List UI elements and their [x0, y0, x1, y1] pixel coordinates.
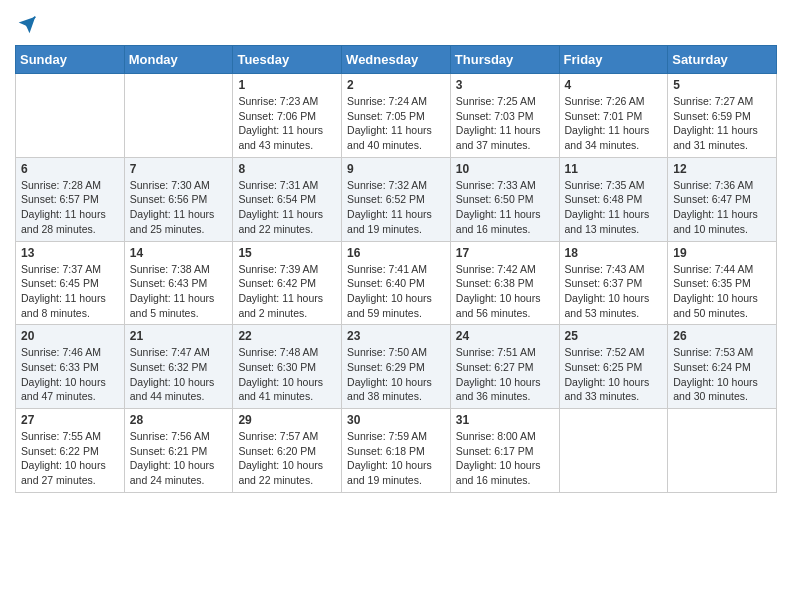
day-number: 5 [673, 78, 771, 92]
calendar-cell: 12Sunrise: 7:36 AM Sunset: 6:47 PM Dayli… [668, 157, 777, 241]
day-info: Sunrise: 7:28 AM Sunset: 6:57 PM Dayligh… [21, 178, 119, 237]
calendar-cell: 17Sunrise: 7:42 AM Sunset: 6:38 PM Dayli… [450, 241, 559, 325]
calendar-cell: 3Sunrise: 7:25 AM Sunset: 7:03 PM Daylig… [450, 74, 559, 158]
day-info: Sunrise: 7:59 AM Sunset: 6:18 PM Dayligh… [347, 429, 445, 488]
calendar-cell [16, 74, 125, 158]
day-number: 31 [456, 413, 554, 427]
day-info: Sunrise: 7:48 AM Sunset: 6:30 PM Dayligh… [238, 345, 336, 404]
day-info: Sunrise: 7:53 AM Sunset: 6:24 PM Dayligh… [673, 345, 771, 404]
day-number: 24 [456, 329, 554, 343]
calendar-week-row: 13Sunrise: 7:37 AM Sunset: 6:45 PM Dayli… [16, 241, 777, 325]
calendar-cell: 23Sunrise: 7:50 AM Sunset: 6:29 PM Dayli… [342, 325, 451, 409]
calendar-header-sunday: Sunday [16, 46, 125, 74]
calendar-header-saturday: Saturday [668, 46, 777, 74]
calendar-body: 1Sunrise: 7:23 AM Sunset: 7:06 PM Daylig… [16, 74, 777, 493]
calendar-cell: 28Sunrise: 7:56 AM Sunset: 6:21 PM Dayli… [124, 409, 233, 493]
calendar-cell: 31Sunrise: 8:00 AM Sunset: 6:17 PM Dayli… [450, 409, 559, 493]
day-number: 3 [456, 78, 554, 92]
calendar-cell: 29Sunrise: 7:57 AM Sunset: 6:20 PM Dayli… [233, 409, 342, 493]
day-number: 26 [673, 329, 771, 343]
calendar-cell: 5Sunrise: 7:27 AM Sunset: 6:59 PM Daylig… [668, 74, 777, 158]
day-info: Sunrise: 7:23 AM Sunset: 7:06 PM Dayligh… [238, 94, 336, 153]
calendar-cell: 19Sunrise: 7:44 AM Sunset: 6:35 PM Dayli… [668, 241, 777, 325]
calendar-cell [668, 409, 777, 493]
day-number: 7 [130, 162, 228, 176]
day-number: 29 [238, 413, 336, 427]
calendar-week-row: 27Sunrise: 7:55 AM Sunset: 6:22 PM Dayli… [16, 409, 777, 493]
calendar-cell: 7Sunrise: 7:30 AM Sunset: 6:56 PM Daylig… [124, 157, 233, 241]
day-number: 28 [130, 413, 228, 427]
day-number: 17 [456, 246, 554, 260]
day-info: Sunrise: 7:55 AM Sunset: 6:22 PM Dayligh… [21, 429, 119, 488]
day-info: Sunrise: 7:57 AM Sunset: 6:20 PM Dayligh… [238, 429, 336, 488]
calendar-cell: 21Sunrise: 7:47 AM Sunset: 6:32 PM Dayli… [124, 325, 233, 409]
day-number: 8 [238, 162, 336, 176]
day-info: Sunrise: 7:25 AM Sunset: 7:03 PM Dayligh… [456, 94, 554, 153]
calendar-cell: 6Sunrise: 7:28 AM Sunset: 6:57 PM Daylig… [16, 157, 125, 241]
calendar-header-thursday: Thursday [450, 46, 559, 74]
day-number: 12 [673, 162, 771, 176]
day-info: Sunrise: 7:46 AM Sunset: 6:33 PM Dayligh… [21, 345, 119, 404]
day-number: 23 [347, 329, 445, 343]
day-number: 20 [21, 329, 119, 343]
calendar-cell: 24Sunrise: 7:51 AM Sunset: 6:27 PM Dayli… [450, 325, 559, 409]
day-info: Sunrise: 7:52 AM Sunset: 6:25 PM Dayligh… [565, 345, 663, 404]
day-number: 22 [238, 329, 336, 343]
logo [15, 15, 37, 35]
day-number: 9 [347, 162, 445, 176]
calendar-table: SundayMondayTuesdayWednesdayThursdayFrid… [15, 45, 777, 493]
calendar-header-wednesday: Wednesday [342, 46, 451, 74]
day-info: Sunrise: 7:27 AM Sunset: 6:59 PM Dayligh… [673, 94, 771, 153]
day-number: 13 [21, 246, 119, 260]
day-info: Sunrise: 7:39 AM Sunset: 6:42 PM Dayligh… [238, 262, 336, 321]
day-number: 2 [347, 78, 445, 92]
calendar-week-row: 6Sunrise: 7:28 AM Sunset: 6:57 PM Daylig… [16, 157, 777, 241]
day-info: Sunrise: 7:44 AM Sunset: 6:35 PM Dayligh… [673, 262, 771, 321]
calendar-header-tuesday: Tuesday [233, 46, 342, 74]
calendar-cell: 11Sunrise: 7:35 AM Sunset: 6:48 PM Dayli… [559, 157, 668, 241]
day-number: 4 [565, 78, 663, 92]
day-info: Sunrise: 7:43 AM Sunset: 6:37 PM Dayligh… [565, 262, 663, 321]
page-header [15, 15, 777, 35]
day-info: Sunrise: 7:50 AM Sunset: 6:29 PM Dayligh… [347, 345, 445, 404]
calendar-cell [124, 74, 233, 158]
calendar-cell [559, 409, 668, 493]
day-info: Sunrise: 7:51 AM Sunset: 6:27 PM Dayligh… [456, 345, 554, 404]
day-number: 18 [565, 246, 663, 260]
day-info: Sunrise: 7:26 AM Sunset: 7:01 PM Dayligh… [565, 94, 663, 153]
day-info: Sunrise: 7:56 AM Sunset: 6:21 PM Dayligh… [130, 429, 228, 488]
calendar-cell: 10Sunrise: 7:33 AM Sunset: 6:50 PM Dayli… [450, 157, 559, 241]
calendar-week-row: 1Sunrise: 7:23 AM Sunset: 7:06 PM Daylig… [16, 74, 777, 158]
day-info: Sunrise: 7:30 AM Sunset: 6:56 PM Dayligh… [130, 178, 228, 237]
day-info: Sunrise: 7:36 AM Sunset: 6:47 PM Dayligh… [673, 178, 771, 237]
day-number: 15 [238, 246, 336, 260]
calendar-cell: 15Sunrise: 7:39 AM Sunset: 6:42 PM Dayli… [233, 241, 342, 325]
day-number: 19 [673, 246, 771, 260]
calendar-cell: 13Sunrise: 7:37 AM Sunset: 6:45 PM Dayli… [16, 241, 125, 325]
calendar-cell: 9Sunrise: 7:32 AM Sunset: 6:52 PM Daylig… [342, 157, 451, 241]
calendar-cell: 22Sunrise: 7:48 AM Sunset: 6:30 PM Dayli… [233, 325, 342, 409]
calendar-header-row: SundayMondayTuesdayWednesdayThursdayFrid… [16, 46, 777, 74]
calendar-cell: 30Sunrise: 7:59 AM Sunset: 6:18 PM Dayli… [342, 409, 451, 493]
day-number: 21 [130, 329, 228, 343]
calendar-cell: 4Sunrise: 7:26 AM Sunset: 7:01 PM Daylig… [559, 74, 668, 158]
day-info: Sunrise: 7:38 AM Sunset: 6:43 PM Dayligh… [130, 262, 228, 321]
calendar-cell: 16Sunrise: 7:41 AM Sunset: 6:40 PM Dayli… [342, 241, 451, 325]
day-info: Sunrise: 7:32 AM Sunset: 6:52 PM Dayligh… [347, 178, 445, 237]
day-info: Sunrise: 7:31 AM Sunset: 6:54 PM Dayligh… [238, 178, 336, 237]
calendar-cell: 14Sunrise: 7:38 AM Sunset: 6:43 PM Dayli… [124, 241, 233, 325]
day-number: 27 [21, 413, 119, 427]
day-info: Sunrise: 7:24 AM Sunset: 7:05 PM Dayligh… [347, 94, 445, 153]
day-info: Sunrise: 7:41 AM Sunset: 6:40 PM Dayligh… [347, 262, 445, 321]
calendar-header-monday: Monday [124, 46, 233, 74]
day-info: Sunrise: 7:37 AM Sunset: 6:45 PM Dayligh… [21, 262, 119, 321]
day-info: Sunrise: 7:42 AM Sunset: 6:38 PM Dayligh… [456, 262, 554, 321]
logo-bird-icon [17, 15, 37, 35]
day-number: 10 [456, 162, 554, 176]
calendar-cell: 20Sunrise: 7:46 AM Sunset: 6:33 PM Dayli… [16, 325, 125, 409]
day-info: Sunrise: 7:47 AM Sunset: 6:32 PM Dayligh… [130, 345, 228, 404]
calendar-cell: 18Sunrise: 7:43 AM Sunset: 6:37 PM Dayli… [559, 241, 668, 325]
day-info: Sunrise: 7:35 AM Sunset: 6:48 PM Dayligh… [565, 178, 663, 237]
day-info: Sunrise: 8:00 AM Sunset: 6:17 PM Dayligh… [456, 429, 554, 488]
day-number: 25 [565, 329, 663, 343]
